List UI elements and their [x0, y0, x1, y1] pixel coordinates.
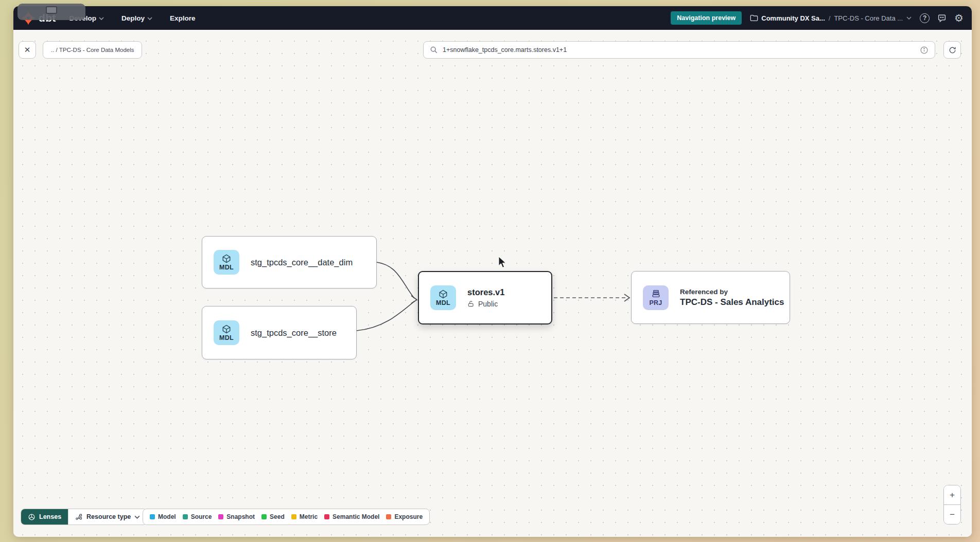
chevron-down-icon — [99, 17, 104, 20]
resource-type-label: Resource type — [86, 513, 131, 520]
breadcrumb: Community DX Sa... / TPC-DS - Core Data … — [750, 14, 912, 22]
cube-icon — [439, 290, 448, 299]
model-node-store[interactable]: MDL stg_tpcds_core__store — [202, 306, 357, 359]
model-badge: MDL — [214, 320, 239, 345]
legend-item-source: Source — [183, 513, 212, 520]
cube-icon — [222, 254, 231, 263]
node-text-block: stores.v1 Public — [467, 287, 504, 308]
legend-label: Metric — [300, 513, 318, 520]
node-label: TPC-DS - Sales Analytics — [680, 297, 784, 308]
badge-label: MDL — [219, 264, 234, 271]
project-node-sales-analytics[interactable]: PRJ Referenced by TPC-DS - Sales Analyti… — [631, 271, 790, 324]
model-badge: MDL — [430, 285, 456, 310]
node-label: stg_tpcds_core__date_dim — [251, 258, 353, 267]
model-node-date-dim[interactable]: MDL stg_tpcds_core__date_dim — [202, 236, 377, 288]
legend-swatch — [183, 514, 188, 519]
model-node-stores-v1[interactable]: MDL stores.v1 Public — [418, 271, 552, 324]
node-label: stores.v1 — [467, 287, 504, 297]
legend-label: Exposure — [394, 513, 423, 520]
lineage-canvas[interactable]: ✕ .. / TPC-DS - Core Data Models MDL stg… — [13, 30, 972, 537]
legend-swatch — [324, 514, 329, 519]
close-button[interactable]: ✕ — [19, 41, 36, 59]
zoom-in-button[interactable]: + — [944, 485, 960, 504]
legend-label: Snapshot — [226, 513, 255, 520]
legend-swatch — [150, 514, 155, 519]
model-badge: MDL — [214, 250, 239, 275]
badge-label: MDL — [219, 334, 234, 341]
project-badge: PRJ — [643, 285, 669, 310]
zoom-controls: + − — [943, 485, 961, 525]
project-breadcrumb[interactable]: TPC-DS - Core Data ... — [834, 14, 903, 22]
legend-label: Source — [191, 513, 212, 520]
nav-right-cluster: Navigation preview Community DX Sa... / … — [671, 11, 964, 25]
node-access: Public — [467, 300, 504, 308]
app-window: dbt Develop Deploy Explore Navigation pr… — [13, 6, 972, 537]
mouse-cursor — [498, 256, 507, 268]
zoom-out-button[interactable]: − — [944, 504, 960, 524]
screen-share-tab[interactable] — [18, 4, 85, 20]
unlock-icon — [467, 300, 475, 308]
navigation-preview-badge[interactable]: Navigation preview — [671, 11, 742, 25]
feedback-icon[interactable] — [937, 13, 947, 23]
refresh-button[interactable] — [943, 41, 961, 59]
lenses-label: Lenses — [39, 513, 61, 520]
lineage-breadcrumb-chip[interactable]: .. / TPC-DS - Core Data Models — [43, 41, 142, 59]
lenses-button[interactable]: Lenses — [21, 509, 68, 525]
legend-swatch — [218, 514, 223, 519]
refresh-icon — [948, 46, 957, 55]
lineage-search-bar — [423, 41, 935, 59]
lenses-resource-group: Lenses Resource type — [21, 509, 147, 525]
node-label: stg_tpcds_core__store — [251, 328, 337, 338]
search-input[interactable] — [443, 46, 915, 53]
nav-menu: Develop Deploy Explore — [69, 14, 196, 22]
legend-item-model: Model — [150, 513, 176, 520]
search-icon — [430, 46, 438, 54]
info-icon[interactable] — [920, 46, 929, 55]
nav-item-label: Deploy — [121, 14, 145, 22]
chevron-down-icon — [147, 17, 152, 20]
legend-item-metric: Metric — [291, 513, 318, 520]
inbox-stack-icon — [651, 289, 661, 299]
nav-item-explore[interactable]: Explore — [170, 14, 196, 22]
resource-type-dropdown[interactable]: Resource type — [68, 509, 147, 525]
nav-item-label: Explore — [170, 14, 196, 22]
account-breadcrumb[interactable]: Community DX Sa... — [750, 14, 825, 22]
legend-label: Model — [158, 513, 176, 520]
help-icon[interactable]: ? — [920, 13, 930, 23]
node-text-block: Referenced by TPC-DS - Sales Analytics — [680, 288, 784, 308]
lens-aperture-icon — [28, 513, 36, 521]
folder-icon — [750, 14, 758, 22]
settings-gear-icon[interactable]: ⚙ — [954, 13, 964, 23]
breadcrumb-separator: / — [829, 14, 831, 22]
legend-label: Semantic Model — [332, 513, 379, 520]
nav-icon-cluster: ? ⚙ — [920, 13, 964, 23]
top-navbar: dbt Develop Deploy Explore Navigation pr… — [13, 6, 972, 30]
graph-nodes-icon — [75, 513, 83, 521]
legend-item-snapshot: Snapshot — [218, 513, 255, 520]
chevron-down-icon[interactable] — [906, 16, 912, 20]
access-label: Public — [478, 300, 498, 308]
node-kicker: Referenced by — [680, 288, 784, 296]
legend-swatch — [291, 514, 296, 519]
badge-label: MDL — [436, 299, 450, 306]
resource-legend: Model Source Snapshot Seed Metric Semant… — [143, 509, 430, 525]
badge-label: PRJ — [649, 299, 662, 306]
cube-icon — [222, 324, 231, 334]
legend-swatch — [386, 514, 391, 519]
account-name: Community DX Sa... — [761, 14, 825, 22]
legend-swatch — [261, 514, 267, 519]
legend-item-seed: Seed — [261, 513, 285, 520]
legend-label: Seed — [270, 513, 285, 520]
chevron-down-icon — [134, 515, 140, 519]
nav-item-deploy[interactable]: Deploy — [121, 14, 152, 22]
monitor-icon — [46, 6, 57, 14]
legend-item-exposure: Exposure — [386, 513, 423, 520]
legend-item-semantic-model: Semantic Model — [324, 513, 379, 520]
